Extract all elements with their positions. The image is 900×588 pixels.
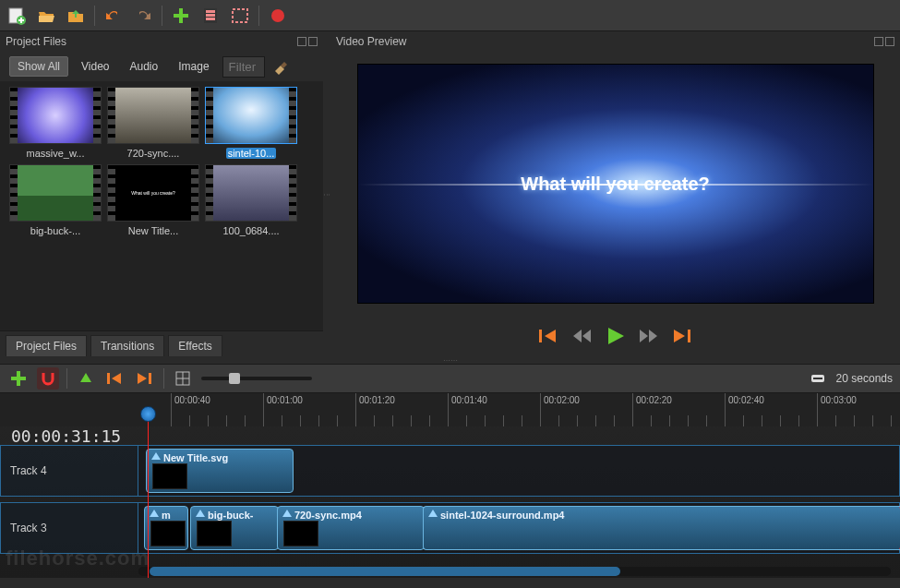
svg-rect-10 <box>107 373 110 384</box>
import-files-button[interactable] <box>170 5 192 27</box>
svg-point-7 <box>271 9 284 22</box>
video-clip[interactable]: big-buck- <box>190 506 279 550</box>
redo-button[interactable] <box>132 5 154 27</box>
video-preview-title-bar: Video Preview <box>330 31 900 52</box>
project-files-grid: massive_w... 720-sync.... sintel-10... b… <box>0 81 323 330</box>
panel-window-controls[interactable] <box>874 37 894 46</box>
panel-splitter-vertical[interactable]: ⋮ <box>323 31 330 356</box>
timeline-ruler[interactable]: 00:00:4000:01:0000:01:2000:01:4000:02:00… <box>0 393 900 426</box>
svg-rect-5 <box>206 18 215 20</box>
play-button[interactable] <box>606 326 626 346</box>
video-preview-panel: Video Preview What will you create? <box>330 31 900 356</box>
filter-tab-image[interactable]: Image <box>171 57 216 76</box>
video-clip[interactable]: 720-sync.mp4 <box>277 506 425 550</box>
filter-tab-video[interactable]: Video <box>74 57 116 76</box>
timeline: 00:00:4000:01:0000:01:2000:01:4000:02:00… <box>0 393 900 578</box>
open-project-button[interactable] <box>35 5 57 27</box>
project-file-item[interactable]: What will you create? New Title... <box>107 164 199 236</box>
tab-project-files[interactable]: Project Files <box>6 335 87 356</box>
export-button[interactable] <box>267 5 289 27</box>
timecode-display: 00:00:31:15 <box>11 426 121 446</box>
project-file-item[interactable]: 720-sync.... <box>107 87 199 159</box>
timeline-track: Track 4New Title.svg <box>0 445 900 497</box>
project-files-filter-bar: Show All Video Audio Image <box>0 52 323 81</box>
filter-input[interactable] <box>222 56 265 78</box>
svg-rect-8 <box>539 330 542 342</box>
track-body[interactable]: mbig-buck-720-sync.mp4sintel-1024-surrou… <box>138 502 900 554</box>
new-project-button[interactable] <box>6 5 28 27</box>
project-files-title-bar: Project Files <box>0 31 323 52</box>
fullscreen-button[interactable] <box>229 5 251 27</box>
jump-start-button[interactable] <box>539 328 559 344</box>
video-clip[interactable]: sintel-1024-surround.mp4 <box>423 506 900 550</box>
svg-rect-9 <box>688 330 690 342</box>
panel-splitter-horizontal[interactable]: ⋯⋯ <box>0 356 900 364</box>
svg-rect-3 <box>206 10 215 13</box>
jump-end-button[interactable] <box>672 328 692 344</box>
undo-button[interactable] <box>102 5 125 27</box>
filter-tab-audio[interactable]: Audio <box>123 57 166 76</box>
video-preview-title: Video Preview <box>336 35 407 48</box>
svg-rect-11 <box>149 373 151 384</box>
project-file-item[interactable]: sintel-10... <box>205 87 297 159</box>
main-toolbar <box>0 0 900 31</box>
project-file-item[interactable]: big-buck-... <box>9 164 102 236</box>
previous-marker-button[interactable] <box>104 367 126 390</box>
tab-effects[interactable]: Effects <box>168 335 222 356</box>
project-panel-tabs: Project Files Transitions Effects <box>0 330 323 356</box>
snap-button[interactable] <box>37 367 59 390</box>
zoom-scale-button[interactable] <box>807 367 829 390</box>
add-track-button[interactable] <box>7 367 30 390</box>
panel-window-controls[interactable] <box>297 37 318 46</box>
center-playhead-button[interactable] <box>172 367 194 390</box>
project-file-item[interactable]: massive_w... <box>9 87 102 159</box>
svg-rect-6 <box>233 9 247 22</box>
watermark: filehorse.com <box>6 546 150 570</box>
add-marker-button[interactable] <box>75 367 97 390</box>
profile-button[interactable] <box>199 5 222 27</box>
svg-rect-4 <box>206 14 215 17</box>
project-files-title: Project Files <box>6 35 66 48</box>
playback-controls <box>330 316 900 356</box>
clear-filter-button[interactable] <box>270 56 291 77</box>
filter-tab-show-all[interactable]: Show All <box>9 56 68 77</box>
video-clip[interactable]: New Title.svg <box>146 449 294 493</box>
zoom-slider[interactable] <box>201 377 312 380</box>
timeline-horizontal-scrollbar[interactable] <box>138 567 891 576</box>
video-clip[interactable]: m <box>144 506 188 550</box>
svg-rect-14 <box>813 378 822 379</box>
project-files-panel: Project Files Show All Video Audio Image… <box>0 31 323 356</box>
rewind-button[interactable] <box>572 328 593 344</box>
zoom-label: 20 seconds <box>836 372 893 385</box>
next-marker-button[interactable] <box>134 367 156 390</box>
tab-transitions[interactable]: Transitions <box>90 335 164 356</box>
playhead[interactable] <box>148 415 149 578</box>
video-preview-display: What will you create? <box>357 64 874 304</box>
save-project-button[interactable] <box>65 5 87 27</box>
project-file-item[interactable]: 100_0684.... <box>205 164 297 236</box>
track-body[interactable]: New Title.svg <box>138 445 900 497</box>
preview-overlay-text: What will you create? <box>521 174 709 195</box>
track-label[interactable]: Track 4 <box>0 445 138 497</box>
fast-forward-button[interactable] <box>639 328 659 344</box>
timeline-toolbar: 20 seconds <box>0 364 900 393</box>
